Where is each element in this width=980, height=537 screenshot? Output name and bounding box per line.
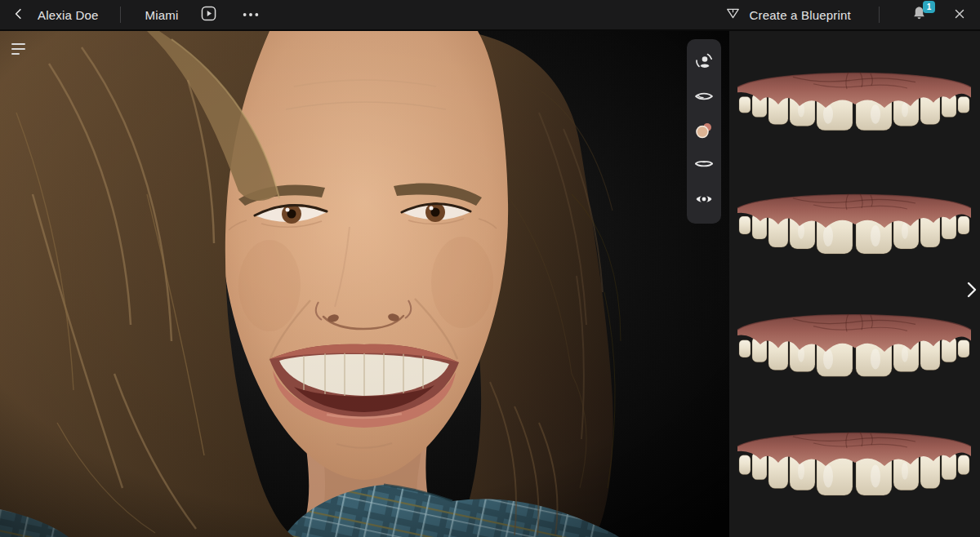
smile-design-4[interactable] [736,419,973,497]
notification-badge: 1 [923,1,935,13]
divider [879,7,880,23]
chevron-left-icon [11,7,26,24]
shade-compare-icon [693,120,715,144]
smile-design-app: Alexia Doe Miami Create a Blueprint [0,0,980,537]
lip-curves-button[interactable] [692,153,716,178]
smile-design-1[interactable] [736,59,973,137]
top-bar-right: Create a Blueprint 1 [725,5,969,25]
close-icon [952,7,967,24]
main-area [0,31,980,537]
lip-curves-icon [694,155,714,177]
lips-outline-icon [694,87,714,109]
shade-compare-button[interactable] [692,119,716,144]
smile-design-5[interactable] [736,530,973,537]
top-bar-left: Alexia Doe Miami [10,3,261,26]
lips-outline-button[interactable] [692,85,716,109]
smile-design-2[interactable] [736,180,973,259]
menu-button[interactable] [11,42,29,57]
present-button[interactable] [198,3,219,26]
more-button[interactable] [240,7,261,23]
smile-toolbar [687,39,721,224]
smile-designs-sidebar [729,31,980,537]
create-blueprint-label: Create a Blueprint [749,8,851,22]
play-square-icon [200,5,217,24]
create-blueprint-button[interactable]: Create a Blueprint [725,6,851,24]
divider [120,7,121,23]
expand-designs-button[interactable] [964,279,979,302]
smile-design-3[interactable] [736,300,973,379]
close-button[interactable] [951,5,969,25]
ellipsis-icon [242,9,260,21]
patient-photo-canvas[interactable] [0,31,729,537]
patient-name: Alexia Doe [38,8,99,22]
chevron-right-icon [966,289,978,301]
rotate-face-button[interactable] [692,51,716,75]
top-bar: Alexia Doe Miami Create a Blueprint [0,0,980,31]
visibility-icon [694,189,714,211]
patient-photo [0,31,729,537]
notifications-button[interactable]: 1 [911,5,928,25]
rotate-face-icon [694,52,714,74]
funnel-triangle-icon [725,6,741,24]
visibility-button[interactable] [692,188,716,212]
case-name[interactable]: Miami [145,8,179,22]
back-button[interactable] [10,5,28,25]
